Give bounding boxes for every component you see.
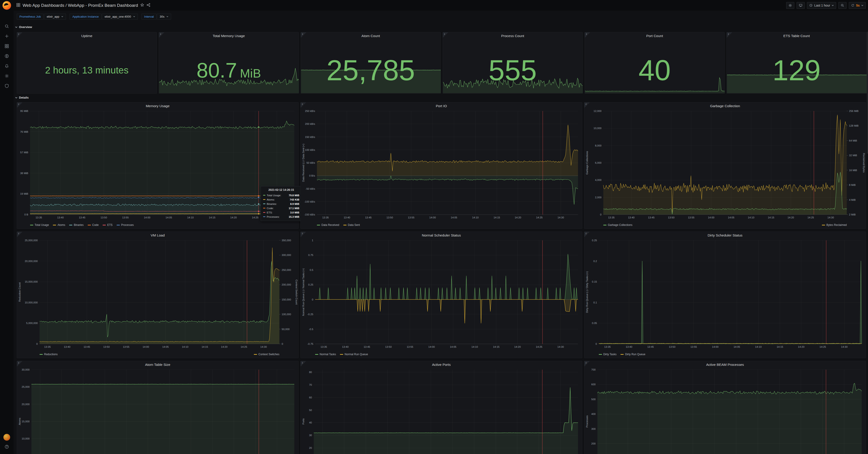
chart-plot-active-ports[interactable]: 13:3513:4013:4513:5013:5514:0014:0514:10… — [301, 369, 582, 454]
svg-text:10,000: 10,000 — [594, 127, 601, 129]
chart-plot-port-io[interactable]: 13:3513:4013:4513:5013:5514:0014:0514:10… — [301, 110, 582, 223]
panel-info-icon[interactable]: i — [159, 32, 164, 38]
variable-label[interactable]: Prometheus Job — [17, 13, 43, 20]
panel-title[interactable]: VM Load — [24, 232, 291, 239]
legend-item-reductions[interactable]: Reductions — [39, 353, 58, 356]
panel-title[interactable]: Memory Usage — [24, 102, 291, 110]
variable-value-dropdown[interactable]: elixir_app — [44, 13, 66, 20]
legend-item-total-usage[interactable]: Total Usage — [30, 223, 49, 226]
chart-plot-memory-usage[interactable]: 13:3513:4013:4513:5013:5514:0014:0514:10… — [17, 110, 298, 223]
legend-item-code[interactable]: Code — [88, 223, 99, 226]
cycle-view-button[interactable] — [797, 2, 805, 9]
svg-text:19 MiB: 19 MiB — [20, 192, 28, 195]
svg-text:100,000: 100,000 — [282, 313, 291, 315]
variable-value-dropdown[interactable]: 30s — [157, 13, 171, 20]
legend-item-dirty-tasks[interactable]: Dirty Tasks — [599, 353, 616, 356]
legend-item-processes[interactable]: Processes — [117, 223, 134, 226]
legend-item-data-sent[interactable]: Data Sent — [343, 223, 360, 226]
panel-title[interactable]: Atom Table Size — [24, 361, 291, 368]
panel-info-icon[interactable]: i — [585, 32, 590, 38]
legend-item-data-received[interactable]: Data Received — [317, 223, 339, 226]
sidebar-item-shield[interactable] — [0, 81, 13, 91]
legend-item-bytes-reclaimed[interactable]: Bytes Reclaimed — [822, 223, 847, 226]
variable-value-dropdown[interactable]: elixir_app_one:4000 — [102, 13, 138, 20]
svg-text:25,000: 25,000 — [22, 386, 30, 388]
legend-item-binaries[interactable]: Binaries — [69, 223, 84, 226]
panel-title[interactable]: Dirty Scheduler Status — [591, 232, 859, 239]
svg-text:100 kB/s: 100 kB/s — [305, 149, 315, 151]
sidebar-item-dashboards[interactable] — [0, 41, 13, 52]
svg-text:0.5: 0.5 — [310, 269, 313, 271]
chart-plot-garbage-collection[interactable]: 13:3513:4013:4513:5013:5514:0014:0514:10… — [584, 110, 866, 223]
panel-title[interactable]: Port IO — [307, 102, 575, 110]
time-range-picker[interactable]: Last 1 hour — [807, 2, 836, 9]
panel-info-icon[interactable]: i — [17, 102, 22, 108]
section-details[interactable]: Details — [15, 96, 29, 99]
panel-info-icon[interactable]: i — [17, 232, 22, 237]
sidebar-item-alerting[interactable] — [0, 61, 13, 71]
svg-text:13:45: 13:45 — [648, 216, 655, 219]
chart-plot-normal-scheduler-status[interactable]: 13:3513:4013:4513:5013:5514:0014:0514:10… — [301, 239, 582, 352]
alerting-icon — [4, 64, 9, 69]
dashboard-settings-button[interactable] — [786, 2, 794, 9]
svg-text:14:05: 14:05 — [450, 345, 456, 348]
svg-text:76 MiB: 76 MiB — [20, 130, 28, 133]
refresh-button[interactable]: 5s — [849, 2, 866, 9]
chart-plot-vm-load[interactable]: 13:3513:4013:4513:5013:5514:0014:0514:10… — [17, 239, 298, 352]
sidebar-item-search[interactable] — [0, 22, 13, 32]
panel-info-icon[interactable]: i — [443, 32, 448, 38]
legend-item-garbage-collections[interactable]: Garbage Collections — [603, 223, 632, 226]
sidebar-item-help[interactable] — [0, 442, 13, 452]
panel-title[interactable]: Active BEAM Processes — [591, 361, 859, 368]
legend-item-normal-run-queue[interactable]: Normal Run Queue — [340, 353, 368, 356]
sidebar-item-avatar[interactable] — [0, 432, 13, 442]
dashboard-header: Web App Dashboards / WebApp - PromEx Bea… — [13, 0, 868, 11]
panel-info-icon[interactable]: i — [584, 232, 590, 237]
legend-item-atoms[interactable]: Atoms — [53, 223, 65, 226]
legend-item-normal-tasks[interactable]: Normal Tasks — [315, 353, 336, 356]
sidebar-item-explore[interactable] — [0, 52, 13, 61]
panel-info-icon[interactable]: i — [584, 361, 590, 366]
grafana-logo-icon[interactable] — [2, 1, 11, 10]
legend-item-dirty-run-queue[interactable]: Dirty Run Queue — [620, 353, 645, 356]
panel-info-icon[interactable]: i — [301, 32, 306, 38]
svg-text:14:15: 14:15 — [768, 216, 774, 219]
svg-text:13:40: 13:40 — [626, 345, 632, 348]
sidebar-item-plus[interactable] — [0, 32, 13, 41]
svg-text:14:15: 14:15 — [493, 345, 500, 348]
zoom-out-button[interactable] — [838, 2, 846, 9]
svg-text:0: 0 — [596, 342, 597, 345]
panel-title[interactable]: Normal Scheduler Status — [307, 232, 575, 239]
legend-item-context-switches[interactable]: Context Switches — [254, 353, 279, 356]
legend-item-ets[interactable]: ETS — [103, 223, 112, 226]
star-icon[interactable] — [140, 3, 144, 8]
panel-info-icon[interactable]: i — [17, 361, 22, 366]
panel-info-icon[interactable]: i — [301, 102, 306, 108]
chart-plot-active-beam-processes[interactable]: 13:3513:4013:4513:5013:5514:0014:0514:10… — [584, 369, 866, 454]
chart-plot-dirty-scheduler-status[interactable]: 13:3513:4013:4513:5013:5514:0014:0514:10… — [584, 239, 866, 352]
svg-text:150,000: 150,000 — [282, 298, 291, 301]
chevron-down-icon — [166, 16, 168, 18]
svg-text:0.25: 0.25 — [308, 283, 313, 286]
panel-info-icon[interactable]: i — [584, 102, 590, 108]
sidebar-item-configuration[interactable] — [0, 71, 13, 81]
share-icon[interactable] — [147, 3, 151, 8]
page-title[interactable]: Web App Dashboards / WebApp - PromEx Bea… — [23, 3, 138, 8]
dashboard-grid-icon[interactable] — [16, 3, 20, 8]
panel-title[interactable]: Active Ports — [307, 361, 575, 368]
svg-text:14:05: 14:05 — [451, 216, 457, 219]
panel-info-icon[interactable]: i — [301, 361, 306, 366]
scrollbar-thumb[interactable] — [867, 32, 868, 154]
svg-text:14:20: 14:20 — [230, 216, 237, 219]
panel-info-icon[interactable]: i — [301, 232, 306, 237]
variable-label[interactable]: Interval — [142, 13, 157, 20]
variable-label[interactable]: Application Instance — [70, 13, 101, 20]
panel-info-icon[interactable]: i — [17, 32, 22, 38]
chart-plot-atom-table-size[interactable]: 13:3513:4013:4513:5013:5514:0014:0514:10… — [17, 369, 298, 454]
section-overview[interactable]: Overview — [15, 25, 32, 29]
chart-panel-port-io: i Port IO 13:3513:4013:4513:5013:5514:00… — [301, 102, 582, 229]
panel-info-icon[interactable]: i — [727, 32, 732, 38]
svg-text:350,000: 350,000 — [282, 239, 291, 242]
panel-title[interactable]: Garbage Collection — [591, 102, 859, 110]
chart-legend: ReductionsContext Switches — [17, 352, 298, 357]
